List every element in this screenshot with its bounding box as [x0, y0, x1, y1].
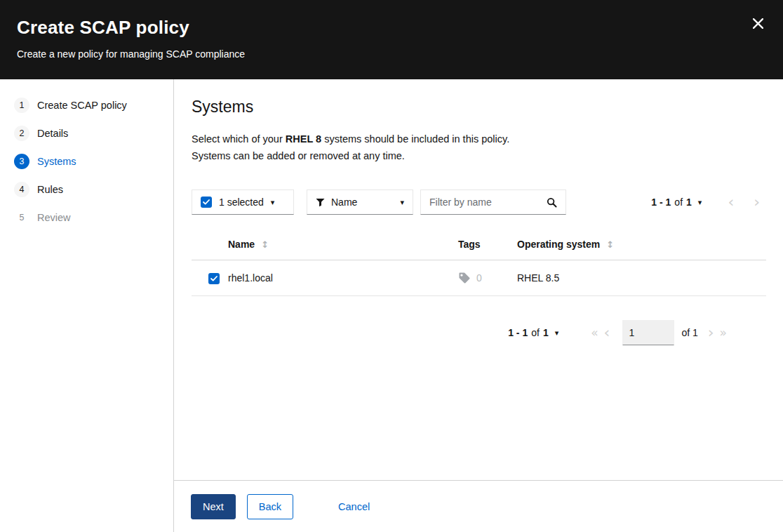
first-page-icon[interactable]: «: [588, 327, 601, 339]
wizard-footer: Next Back Cancel: [174, 480, 783, 532]
step-label: Systems: [37, 156, 76, 167]
page-title: Systems: [192, 98, 766, 117]
pagination-top: 1 - 1 of 1 ▾ ‹ ›: [651, 194, 766, 210]
prev-page-icon[interactable]: ‹: [601, 325, 613, 340]
description-bold-text: RHEL 8: [286, 133, 321, 145]
pagination-total: 1: [686, 197, 692, 208]
table-header-row: Name↕ Tags Operating system↕: [192, 233, 766, 260]
next-page-icon[interactable]: ›: [747, 194, 766, 210]
filter-by-name-input[interactable]: [429, 197, 547, 208]
caret-down-icon: ▾: [555, 329, 559, 337]
of-pages-label: of 1: [681, 327, 697, 338]
modal-subtitle: Create a new policy for managing SCAP co…: [17, 48, 766, 60]
pagination-total: 1: [543, 327, 549, 338]
column-header-tags: Tags: [458, 233, 517, 260]
filter-icon: [316, 198, 325, 207]
table-row: rhel1.local 0 RHEL 8.5: [192, 260, 766, 296]
bulk-select-dropdown[interactable]: 1 selected ▾: [192, 189, 294, 215]
bulk-select-label: 1 selected: [219, 197, 264, 208]
tags-cell: 0: [458, 272, 517, 284]
description-text: systems should be included in this polic…: [321, 133, 509, 145]
pagination-of-label: of: [674, 197, 683, 208]
sort-icon: ↕: [261, 239, 269, 250]
pagination-menu-toggle[interactable]: 1 - 1 of 1 ▾: [651, 197, 702, 208]
caret-down-icon: ▾: [698, 199, 702, 206]
systems-table: Name↕ Tags Operating system↕: [192, 233, 766, 296]
wizard-step-details[interactable]: 2 Details: [0, 119, 173, 147]
filter-attribute-label: Name: [331, 197, 357, 208]
step-label: Create SCAP policy: [37, 100, 127, 111]
operating-system-cell: RHEL 8.5: [517, 260, 766, 296]
wizard-step-create-scap-policy[interactable]: 1 Create SCAP policy: [0, 91, 173, 119]
pagination-of-label: of: [531, 327, 540, 338]
search-box: [420, 189, 566, 215]
step-number: 2: [14, 126, 29, 141]
filter-attribute-dropdown[interactable]: Name ▾: [307, 189, 413, 215]
description-text: Systems can be added or removed at any t…: [192, 147, 766, 164]
caret-down-icon: ▾: [400, 199, 404, 206]
modal-header: Create SCAP policy Create a new policy f…: [0, 0, 783, 79]
close-icon[interactable]: [750, 15, 766, 32]
last-page-icon[interactable]: »: [717, 327, 730, 339]
search-icon[interactable]: [547, 197, 557, 208]
row-checkbox[interactable]: [208, 273, 220, 284]
column-header-name[interactable]: Name↕: [228, 233, 458, 260]
pagination-nav: « ‹ of 1 › »: [588, 320, 730, 345]
wizard-nav: 1 Create SCAP policy 2 Details 3 Systems…: [0, 79, 174, 532]
wizard-step-review[interactable]: 5 Review: [0, 204, 173, 232]
next-button[interactable]: Next: [191, 494, 236, 519]
pagination-range: 1 - 1: [508, 327, 528, 338]
back-button[interactable]: Back: [247, 494, 293, 519]
caret-down-icon: ▾: [271, 199, 275, 206]
step-description: Select which of your RHEL 8 systems shou…: [192, 131, 766, 164]
bulk-select-checkbox[interactable]: [201, 197, 212, 208]
sort-icon: ↕: [606, 239, 614, 250]
prev-page-icon[interactable]: ‹: [721, 194, 740, 210]
modal-body: 1 Create SCAP policy 2 Details 3 Systems…: [0, 79, 783, 532]
select-column-header: [192, 233, 228, 260]
description-text: Select which of your: [192, 133, 286, 145]
pagination-range: 1 - 1: [651, 197, 671, 208]
column-header-operating-system[interactable]: Operating system↕: [517, 233, 766, 260]
column-label: Operating system: [517, 239, 600, 250]
step-number: 4: [14, 182, 29, 197]
current-page-input[interactable]: [622, 320, 674, 345]
modal-title: Create SCAP policy: [17, 17, 766, 39]
wizard-content-column: Systems Select which of your RHEL 8 syst…: [174, 79, 783, 532]
wizard-step-systems[interactable]: 3 Systems: [0, 147, 173, 175]
cancel-button[interactable]: Cancel: [338, 494, 370, 519]
step-number: 3: [14, 154, 29, 169]
step-label: Rules: [37, 184, 63, 195]
step-number: 1: [14, 98, 29, 113]
create-scap-policy-modal: Create SCAP policy Create a new policy f…: [0, 0, 783, 532]
step-label: Details: [37, 128, 68, 139]
tag-icon: [458, 272, 471, 284]
step-label: Review: [37, 212, 71, 223]
system-name-cell: rhel1.local: [228, 260, 458, 296]
tag-count: 0: [476, 272, 482, 284]
wizard-step-rules[interactable]: 4 Rules: [0, 175, 173, 204]
next-page-icon[interactable]: ›: [705, 325, 717, 340]
column-label: Tags: [458, 239, 481, 250]
pagination-bottom: 1 - 1 of 1 ▾ « ‹ of 1 › »: [192, 320, 766, 345]
column-label: Name: [228, 239, 255, 250]
pagination-menu-toggle[interactable]: 1 - 1 of 1 ▾: [508, 327, 558, 338]
systems-toolbar: 1 selected ▾ Name ▾: [192, 189, 766, 215]
step-number: 5: [14, 210, 29, 225]
systems-step-content: Systems Select which of your RHEL 8 syst…: [174, 79, 783, 480]
